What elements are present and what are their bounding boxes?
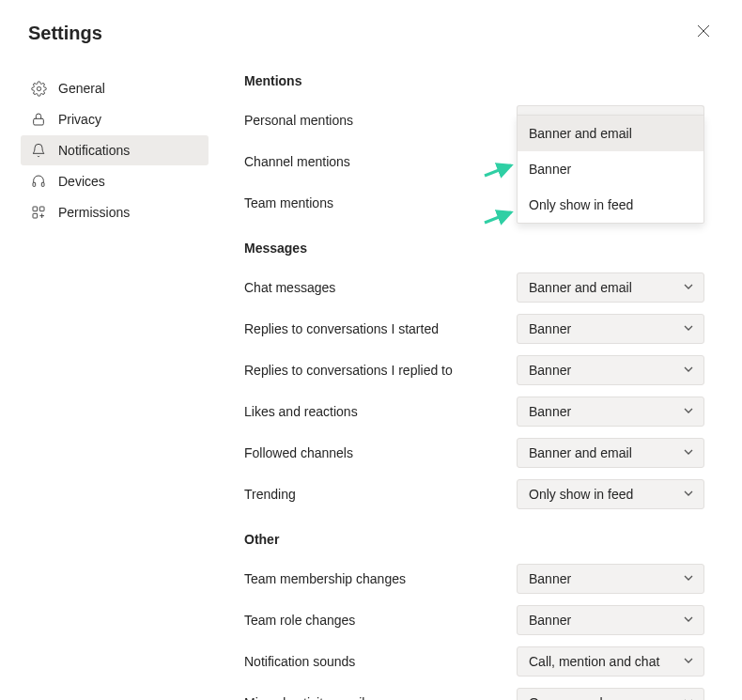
dropdown-followed-channels[interactable]: Banner and email [517, 438, 704, 468]
page-title: Settings [28, 23, 102, 44]
svg-rect-7 [39, 207, 44, 211]
chevron-down-icon [683, 654, 694, 669]
chevron-down-icon [683, 404, 694, 419]
svg-line-14 [485, 212, 511, 223]
close-button[interactable] [693, 21, 714, 45]
setting-label: Channel mentions [244, 154, 350, 169]
dropdown-replies-started[interactable]: Banner [517, 314, 704, 344]
chevron-down-icon [683, 487, 694, 502]
setting-label: Replies to conversations I started [244, 321, 439, 336]
dropdown-notification-sounds[interactable]: Call, mention and chat [517, 646, 704, 677]
svg-point-2 [37, 86, 40, 90]
dropdown-value: Banner [529, 404, 571, 419]
setting-row-missed-emails: Missed activity emails Once every hour [244, 688, 704, 700]
setting-label: Team mentions [244, 195, 333, 210]
annotation-arrow-icon [483, 208, 515, 226]
chevron-down-icon [683, 613, 694, 628]
settings-panel: Mentions Personal mentions Banner and em… [209, 62, 742, 700]
svg-rect-5 [41, 182, 44, 186]
dropdown-value: Only show in feed [529, 487, 633, 502]
setting-label: Trending [244, 487, 296, 502]
sidebar-item-label: Devices [58, 174, 105, 189]
setting-row-replies-started: Replies to conversations I started Banne… [244, 314, 704, 344]
dropdown-value: Banner [529, 363, 571, 378]
chevron-down-icon [683, 321, 694, 336]
dropdown-chat-messages[interactable]: Banner and email [517, 272, 704, 303]
dropdown-membership-changes[interactable]: Banner [517, 564, 704, 594]
svg-line-12 [485, 165, 511, 176]
dropdown-likes-reactions[interactable]: Banner [517, 397, 704, 427]
dropdown-missed-emails[interactable]: Once every hour [517, 688, 704, 700]
sidebar-item-label: Notifications [58, 143, 130, 158]
svg-rect-3 [34, 118, 44, 125]
headset-icon [30, 173, 47, 190]
setting-label: Personal mentions [244, 113, 353, 128]
setting-label: Likes and reactions [244, 404, 358, 419]
svg-rect-8 [33, 213, 38, 218]
setting-row-membership-changes: Team membership changes Banner [244, 564, 704, 594]
chevron-down-icon [683, 280, 694, 295]
chevron-down-icon [683, 695, 694, 700]
sidebar-item-label: General [58, 81, 105, 96]
setting-row-followed-channels: Followed channels Banner and email [244, 438, 704, 468]
setting-label: Notification sounds [244, 654, 355, 669]
dropdown-replies-replied[interactable]: Banner [517, 355, 704, 385]
annotation-arrow-icon [483, 161, 515, 179]
dropdown-value: Banner [529, 613, 571, 628]
dropdown-role-changes[interactable]: Banner [517, 605, 704, 635]
sidebar: General Privacy Notifications [21, 62, 209, 700]
setting-row-notification-sounds: Notification sounds Call, mention and ch… [244, 646, 704, 677]
setting-row-likes-reactions: Likes and reactions Banner [244, 397, 704, 427]
dropdown-trending[interactable]: Only show in feed [517, 479, 704, 509]
dropdown-menu: Banner and email Banner Only show in fee… [517, 115, 704, 224]
close-icon [697, 24, 710, 38]
setting-row-role-changes: Team role changes Banner [244, 605, 704, 635]
dropdown-option-banner-and-email[interactable]: Banner and email [518, 116, 703, 151]
dropdown-value: Call, mention and chat [529, 654, 659, 669]
setting-label: Chat messages [244, 280, 335, 295]
dropdown-option-banner[interactable]: Banner [518, 151, 703, 187]
chevron-down-icon [683, 445, 694, 460]
setting-label: Missed activity emails [244, 695, 371, 700]
app-icon [30, 204, 47, 221]
dropdown-value: Banner and email [529, 445, 632, 460]
sidebar-item-label: Permissions [58, 205, 130, 220]
dropdown-value: Once every hour [529, 695, 626, 700]
sidebar-item-notifications[interactable]: Notifications [21, 135, 209, 165]
chevron-down-icon [683, 363, 694, 378]
sidebar-item-general[interactable]: General [21, 73, 209, 103]
section-title-other: Other [244, 532, 704, 547]
svg-rect-4 [33, 182, 36, 186]
setting-row-trending: Trending Only show in feed [244, 479, 704, 509]
sidebar-item-privacy[interactable]: Privacy [21, 104, 209, 134]
setting-label: Team membership changes [244, 571, 406, 586]
lock-icon [30, 111, 47, 128]
dropdown-option-only-show-in-feed[interactable]: Only show in feed [518, 187, 703, 223]
section-title-mentions: Mentions [244, 73, 704, 88]
gear-icon [30, 80, 47, 97]
dropdown-value: Banner [529, 571, 571, 586]
dropdown-value: Banner and email [529, 280, 632, 295]
svg-rect-6 [33, 207, 38, 211]
bell-icon [30, 142, 47, 159]
chevron-down-icon [683, 571, 694, 586]
sidebar-item-permissions[interactable]: Permissions [21, 197, 209, 227]
section-title-messages: Messages [244, 241, 704, 256]
setting-row-chat-messages: Chat messages Banner and email [244, 272, 704, 303]
dropdown-value: Banner [529, 321, 571, 336]
setting-label: Followed channels [244, 445, 353, 460]
setting-row-replies-replied: Replies to conversations I replied to Ba… [244, 355, 704, 385]
sidebar-item-devices[interactable]: Devices [21, 166, 209, 196]
sidebar-item-label: Privacy [58, 112, 101, 127]
setting-label: Team role changes [244, 613, 355, 628]
setting-label: Replies to conversations I replied to [244, 363, 453, 378]
